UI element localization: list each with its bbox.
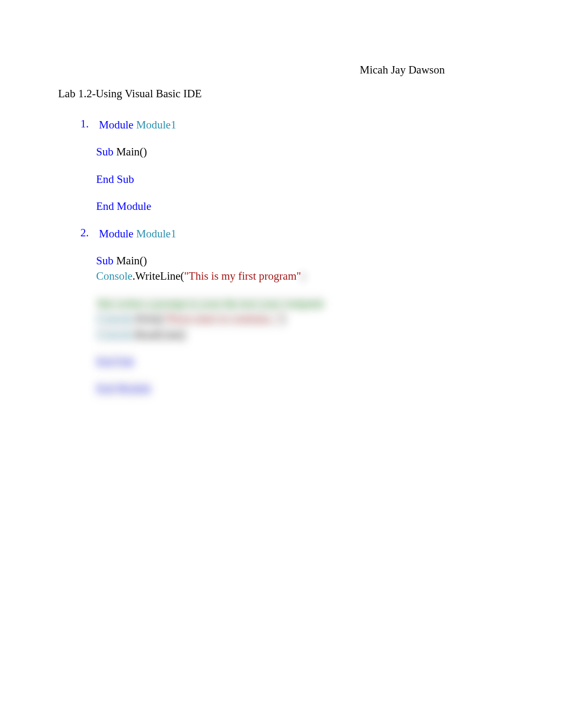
code-line: Console.WriteLine("This is my first prog…: [96, 269, 503, 284]
code-block-1: Module Module1: [99, 117, 176, 133]
string-literal: "Press enter to continue...": [164, 312, 282, 325]
code-line: Sub Main(): [96, 253, 503, 269]
document-page: Micah Jay Dawson Lab 1.2-Using Visual Ba…: [0, 0, 561, 397]
code-line: 'this writes a prompt to your the text y…: [96, 296, 324, 311]
lab-title: Lab 1.2-Using Visual Basic IDE: [58, 87, 503, 100]
code-line: End Module: [96, 381, 151, 397]
keyword-end-module: End Module: [96, 200, 151, 213]
keyword-end-module: End Module: [96, 382, 151, 395]
keyword-sub: Sub: [96, 145, 114, 158]
list-number-2: 2.: [74, 226, 89, 239]
author-name: Micah Jay Dawson: [58, 63, 503, 77]
code-line: Sub Main(): [96, 144, 503, 160]
class-console: Console: [96, 328, 133, 341]
code-line: End Sub: [96, 172, 503, 187]
method-name: Main(): [114, 145, 147, 158]
list-item-2: 2. Module Module1 Sub Main() Console.Wri…: [74, 226, 503, 397]
module-name: Module1: [134, 227, 176, 240]
code-line: Console.ReadLine(): [96, 327, 186, 343]
list-item-1: 1. Module Module1 Sub Main() End Sub: [74, 117, 503, 215]
code-block-2: Module Module1: [99, 226, 176, 242]
string-literal: "This is my first program": [184, 270, 301, 282]
class-console: Console: [96, 270, 133, 282]
code-line: End Sub: [96, 354, 134, 370]
method-call: .Write(: [133, 312, 164, 325]
code-line: End Module: [96, 199, 503, 214]
code-text: ): [301, 270, 305, 282]
numbered-list: 1. Module Module1 Sub Main() End Sub: [58, 117, 503, 397]
blurred-content: 'this writes a prompt to your the text y…: [96, 296, 503, 397]
keyword-end-sub: End Sub: [96, 173, 134, 186]
keyword-module: Module: [99, 227, 133, 240]
code-text: ): [282, 312, 286, 325]
keyword-module: Module: [99, 118, 133, 131]
code-line: Console.Write("Press enter to continue..…: [96, 311, 286, 327]
module-name: Module1: [134, 118, 176, 131]
list-number-1: 1.: [74, 117, 89, 131]
comment: 'this writes a prompt to your the text y…: [96, 297, 324, 310]
keyword-sub: Sub: [96, 254, 114, 267]
method-call: .WriteLine(: [133, 270, 184, 282]
class-console: Console: [96, 312, 133, 325]
method-call: .ReadLine(): [133, 328, 186, 341]
keyword-end-sub: End Sub: [96, 355, 134, 368]
method-name: Main(): [114, 254, 147, 267]
